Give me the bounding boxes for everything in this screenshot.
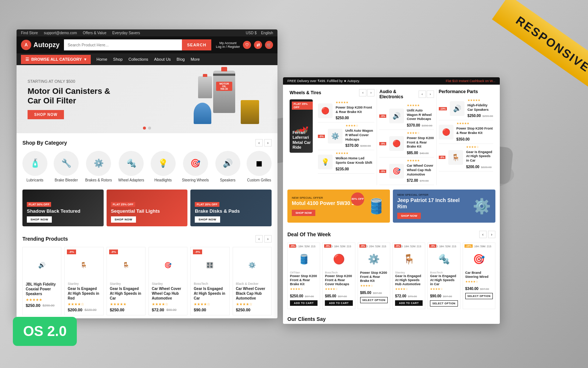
browse-all-btn[interactable]: ☰ BROWSE ALL CATEGORY ▾ [21,55,91,64]
list-item: -9% ⚙️ ★★★★☆ Unfit Auto Wagon R Wheel Co… [318,123,374,150]
wheels-tires-section: Wheels & Tires ‹ › FLAT 35% OFF 🏎️ Ferra… [287,89,377,185]
audio-badge-1: -9% [379,142,386,145]
deal-btn-0[interactable]: ADD TO CART [290,300,318,306]
top-bar: Find Store support@demo.com Offers & Val… [17,29,277,36]
featured-car: FLAT 35% OFF 🏎️ Ferrari Laferrari Metal … [290,99,313,153]
support-link[interactable]: support@demo.com [44,31,77,35]
category-headlights[interactable]: 💡 Headlights [151,151,176,182]
perf-name-1: Power Stop K200 Front & Rear Brake Kit [456,127,493,135]
performance-small-products: -19% 🔊 ★★★★★ High-Fidelity Car Speakers … [439,97,493,171]
hero-shop-now-button[interactable]: SHOP NOW [28,110,64,119]
small-name-0: Power Stop K200 Front & Rear Brake Kit [336,106,374,114]
promo-btn-0[interactable]: SHOP NOW [27,216,52,223]
logo[interactable]: A Autopzy [21,40,60,50]
deal-price-4: $90.00 [430,294,441,298]
hero-dot-1[interactable] [143,127,146,130]
nav-about[interactable]: About Us [154,57,171,61]
offer-btn-1[interactable]: SHOP NOW [397,213,421,219]
perf-img-2: 🪑 [448,150,463,165]
trending-prev-arrow[interactable]: ‹ [255,235,263,243]
cart-icon[interactable]: 🛒 [265,41,273,49]
promo-btn-1[interactable]: SHOP NOW [111,216,136,223]
small-price-1: $370.00 [345,144,359,148]
offer-discount-0: 30% OFF [351,192,364,206]
compare-icon[interactable]: ⇄ [254,41,262,49]
audio-electronics-section: Audio & Electronics ‹ › -9% 🔊 ★★★★★ Unfi… [377,89,436,185]
find-store-link[interactable]: Find Store [21,31,38,35]
wheels-next-arrow[interactable]: › [367,89,374,96]
nav-blog[interactable]: Blog [177,57,185,61]
deal-btn-4[interactable]: SELECT OPTION [430,300,458,307]
deal-badge-1: -9% [324,244,331,248]
account-link[interactable]: My Account Log in / Register [216,41,240,49]
nav-more[interactable]: More [191,57,200,61]
search-input[interactable] [64,39,182,50]
audio-next-arrow[interactable]: › [427,91,434,98]
category-lubricants[interactable]: 🧴 Lubricants [22,151,47,182]
performance-parts-header: Performance Parts [439,89,493,94]
deal-btn-2[interactable]: SELECT OPTION [360,297,388,303]
perf-info-1: ★★★★★ Power Stop K200 Front & Rear Brake… [456,122,493,142]
product-stars-2: ★★★★★ [110,302,142,306]
category-brakes-rotors[interactable]: ⚙️ Brakes & Rotors [85,151,112,182]
category-brake-bleeder[interactable]: 🔧 Brake Bleeder [54,151,79,182]
category-custom-grilles-icon: ◼ [247,151,272,176]
search-button[interactable]: SEARCH [182,39,211,50]
category-steering-wheels[interactable]: 🎯 Steering Wheels [182,151,209,182]
promo-card-1: FLAT 25% OFF Sequential Tail Lights SHOP… [107,190,188,226]
perf-price-1: $350.00 [456,137,470,141]
category-wheel-adapters[interactable]: 🔩 Wheel Adapters [118,151,144,182]
categories-prev-arrow[interactable]: ‹ [255,139,263,146]
perf-name-2: Gear Is Engaged At High Speeds in Car [466,150,493,163]
os-badge: OS 2.0 [13,317,77,346]
wheels-tires-header: Wheels & Tires ‹ › [290,89,374,96]
offer-card-1: NEW SPECIAL OFFER Jeep Patriot 17 Inch S… [393,190,495,223]
product-image-0: 🔊 [26,250,58,280]
product-card-3: 🎯 Stanley Car Wheel Cover Wheel Cap Hub … [148,247,187,315]
canister-small [198,76,212,98]
list-item: -9% 🎯 ★★★★★ Car Wheel Cover Wheel Cap Hu… [379,158,434,185]
deal-btn-5[interactable]: SELECT OPTION [465,293,493,299]
hero-dot-2[interactable] [148,127,151,130]
perf-img-0: 🔊 [450,101,465,116]
nav-shop[interactable]: Shop [113,57,123,61]
category-custom-grilles[interactable]: ◼ Custom Grilles [247,151,272,182]
product-stars-1: ★★★★☆ [68,302,100,306]
deal-btn-3[interactable]: ADD TO CART [395,300,423,306]
product-image-2: 🪑 [110,250,142,280]
offer-btn-0[interactable]: SHOP NOW [292,210,315,216]
promo-grid: FLAT 30% OFF Shadow Black Textured SHOP … [17,185,277,231]
trending-nav-arrows: ‹ › [255,235,272,243]
wheels-prev-arrow[interactable]: ‹ [359,89,366,96]
perf-price-2: $200.00 [466,165,479,169]
nav-collections[interactable]: Collections [129,57,148,61]
list-item: -9% 🔊 ★★★★★ Unfit Auto Wagon R Wheel Cov… [379,102,434,130]
product-prices-2: $250.00 [110,308,142,312]
everyday-link[interactable]: Everyday Savers [112,31,140,35]
trending-next-arrow[interactable]: › [264,235,272,243]
perf-info-2: ★★★★☆ Gear Is Engaged At High Speeds in … [466,145,493,170]
offer-text-1: NEW SPECIAL OFFER Jeep Patriot 17 Inch S… [397,193,469,219]
category-custom-grilles-label: Custom Grilles [247,178,271,182]
category-speakers[interactable]: 🔊 Speakers [215,151,240,182]
currency-select[interactable]: USD $ [246,31,257,35]
audio-prev-arrow[interactable]: ‹ [419,91,426,98]
deal-prev-arrow[interactable]: ‹ [479,231,487,238]
category-headlights-label: Headlights [154,178,172,182]
nav-home[interactable]: Home [97,57,107,61]
offers-link[interactable]: Offers & Value [83,31,106,35]
audio-img-1: 🔴 [389,136,404,151]
list-item: 💡 ★★★★★ Wolkon Home Led Sports Gear Knob… [318,150,374,173]
small-old-1: $390.00 [360,144,371,148]
clients-section: Our Clients Say [283,313,500,324]
perf-stars-2: ★★★★☆ [466,145,493,149]
deal-btn-1[interactable]: ADD TO CART [325,300,352,306]
deal-name-0: Power Stop K200 Front & Rear Brake Kit [290,274,318,286]
categories-title: Shop By Category [22,140,67,146]
deal-next-arrow[interactable]: › [488,231,495,238]
categories-next-arrow[interactable]: › [264,139,272,146]
wishlist-icon[interactable]: ♡ [243,41,251,49]
hero-dots [143,127,151,130]
promo-btn-2[interactable]: SHOP NOW [195,216,220,223]
language-select[interactable]: English [261,31,273,35]
